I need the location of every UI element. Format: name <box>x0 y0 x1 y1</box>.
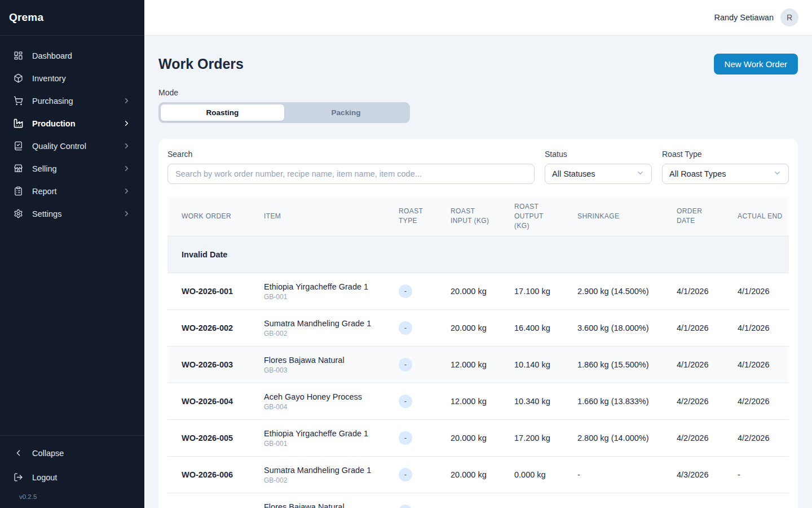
app-version: v0.2.5 <box>19 493 138 500</box>
group-row-label: Invalid Date <box>167 237 789 273</box>
sidebar-item-inventory[interactable]: Inventory <box>7 70 138 86</box>
roast-input-value: 12.000 kg <box>436 383 500 420</box>
actual-end-value: 4/1/2026 <box>723 273 789 310</box>
order-date-value: 4/1/2026 <box>663 310 723 347</box>
table-row[interactable]: WO-2026-002 Sumatra Mandheling Grade 1 G… <box>167 310 789 347</box>
table-row[interactable]: WO-2026-004 Aceh Gayo Honey Process GB-0… <box>167 383 789 420</box>
item-cell: Flores Bajawa Natural GB-003 <box>250 347 385 383</box>
package-icon <box>14 73 23 83</box>
table-row[interactable]: WO-2026-003 Flores Bajawa Natural GB-003… <box>167 347 789 383</box>
item-name: Flores Bajawa Natural <box>264 356 379 365</box>
work-orders-table-wrap: Work Order Item Roast Type Roast Input (… <box>167 196 789 508</box>
item-cell: Ethiopia Yirgacheffe Grade 1 GB-001 <box>250 420 385 457</box>
search-input[interactable] <box>167 164 535 184</box>
page-content: Work Orders New Work Order Mode Roasting… <box>144 36 812 508</box>
mode-tab-roasting[interactable]: Roasting <box>161 104 284 121</box>
order-date-value: 4/3/2026 <box>663 493 723 508</box>
item-code: GB-004 <box>264 403 379 411</box>
col-roast-input: Roast Input (kg) <box>436 196 500 237</box>
status-select[interactable]: All Statuses <box>545 164 652 184</box>
table-row[interactable]: WO-2026-001 Ethiopia Yirgacheffe Grade 1… <box>167 273 789 310</box>
roast-type-badge: - <box>399 431 412 445</box>
sidebar-footer: Collapse Logout v0.2.5 <box>0 435 144 508</box>
filters-row: Search Status All Statuses Roast Type <box>167 150 789 184</box>
table-row[interactable]: WO-2026-007 Flores Bajawa Natural GB-003… <box>167 493 789 508</box>
avatar[interactable]: R <box>780 8 798 27</box>
sidebar-item-label: Dashboard <box>32 51 72 60</box>
order-date-value: 4/2/2026 <box>663 383 723 420</box>
roast-output-value: 16.400 kg <box>500 310 563 347</box>
item-code: GB-003 <box>264 366 379 374</box>
work-orders-card: Search Status All Statuses Roast Type <box>158 139 798 508</box>
group-row-invalid-date: Invalid Date <box>167 237 789 273</box>
sidebar: Qrema Dashboard Inventory Purchasing <box>0 0 144 508</box>
roast-input-value: 20.000 kg <box>436 420 500 457</box>
shrinkage-value: - <box>563 493 663 508</box>
work-order-number: WO-2026-006 <box>167 457 250 493</box>
shrinkage-value: - <box>563 457 663 493</box>
actual-end-value: 4/1/2026 <box>723 310 789 347</box>
sidebar-item-report[interactable]: Report <box>7 183 138 199</box>
roast-type-badge: - <box>399 321 412 335</box>
work-order-number: WO-2026-004 <box>167 383 250 420</box>
roast-output-value: 10.140 kg <box>500 347 563 383</box>
actual-end-value: - <box>723 493 789 508</box>
roast-output-value: 10.340 kg <box>500 383 563 420</box>
col-roast-type: Roast Type <box>385 196 436 237</box>
gear-icon <box>14 209 23 218</box>
roast-type-cell: - <box>385 420 436 457</box>
roast-type-label: Roast Type <box>662 150 789 159</box>
main-area: Randy Setiawan R Work Orders New Work Or… <box>144 0 812 508</box>
shrinkage-value: 2.900 kg (14.500%) <box>563 273 663 310</box>
roast-type-badge: - <box>399 284 412 298</box>
roast-type-select[interactable]: All Roast Types <box>662 164 789 184</box>
search-filter: Search <box>167 150 535 184</box>
user-name: Randy Setiawan <box>714 13 774 22</box>
chevron-right-icon <box>122 119 131 128</box>
sidebar-item-quality-control[interactable]: Quality Control <box>7 138 138 154</box>
sidebar-item-purchasing[interactable]: Purchasing <box>7 93 138 109</box>
item-code: GB-001 <box>264 440 379 448</box>
item-name: Flores Bajawa Natural <box>264 502 379 508</box>
roast-input-value: 12.000 kg <box>436 493 500 508</box>
roast-input-value: 20.000 kg <box>436 273 500 310</box>
roast-type-badge: - <box>399 395 412 408</box>
col-order-date: Order Date <box>663 196 723 237</box>
logout-icon <box>14 472 23 482</box>
table-row[interactable]: WO-2026-006 Sumatra Mandheling Grade 1 G… <box>167 457 789 493</box>
work-order-number: WO-2026-001 <box>167 273 250 310</box>
roast-type-badge: - <box>399 505 412 508</box>
search-label: Search <box>167 150 535 159</box>
table-row[interactable]: WO-2026-005 Ethiopia Yirgacheffe Grade 1… <box>167 420 789 457</box>
sidebar-item-settings[interactable]: Settings <box>7 205 138 222</box>
sidebar-item-selling[interactable]: Selling <box>7 160 138 177</box>
chevron-down-icon <box>636 169 645 179</box>
sidebar-item-label: Production <box>32 119 76 128</box>
mode-tab-packing[interactable]: Packing <box>284 104 408 121</box>
work-order-number: WO-2026-005 <box>167 420 250 457</box>
shrinkage-value: 2.800 kg (14.000%) <box>563 420 663 457</box>
sidebar-item-production[interactable]: Production <box>7 115 138 132</box>
chevron-right-icon <box>122 187 131 195</box>
item-code: GB-002 <box>264 476 379 484</box>
roast-type-filter: Roast Type All Roast Types <box>662 150 789 184</box>
chevron-right-icon <box>122 97 131 105</box>
item-name: Sumatra Mandheling Grade 1 <box>264 466 379 475</box>
roast-type-cell: - <box>385 383 436 420</box>
new-work-order-button[interactable]: New Work Order <box>714 54 798 75</box>
item-cell: Flores Bajawa Natural GB-003 <box>250 493 385 508</box>
col-roast-output: Roast Output (kg) <box>500 196 563 237</box>
status-select-value: All Statuses <box>552 169 595 178</box>
page-title: Work Orders <box>158 56 244 72</box>
sidebar-item-dashboard[interactable]: Dashboard <box>7 47 138 64</box>
logout-button[interactable]: Logout <box>7 469 138 485</box>
collapse-button[interactable]: Collapse <box>7 445 138 461</box>
shrinkage-value: 1.860 kg (15.500%) <box>563 347 663 383</box>
shrinkage-value: 1.660 kg (13.833%) <box>563 383 663 420</box>
item-name: Ethiopia Yirgacheffe Grade 1 <box>264 429 379 438</box>
mode-label: Mode <box>158 88 798 97</box>
actual-end-value: - <box>723 457 789 493</box>
table-body: Invalid Date WO-2026-001 Ethiopia Yirgac… <box>167 237 789 508</box>
chevron-down-icon <box>773 169 782 179</box>
mode-toggle: Roasting Packing <box>158 102 410 123</box>
